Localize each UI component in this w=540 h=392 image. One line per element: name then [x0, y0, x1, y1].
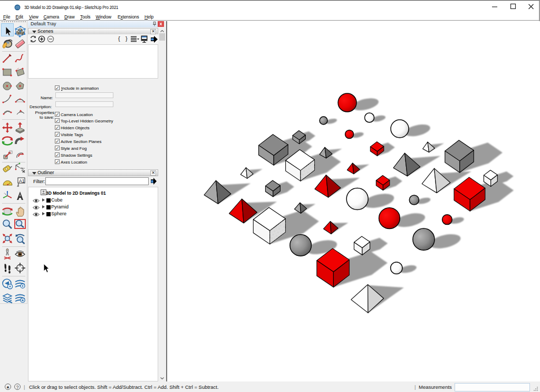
svg-text:A1: A1 — [19, 178, 25, 184]
